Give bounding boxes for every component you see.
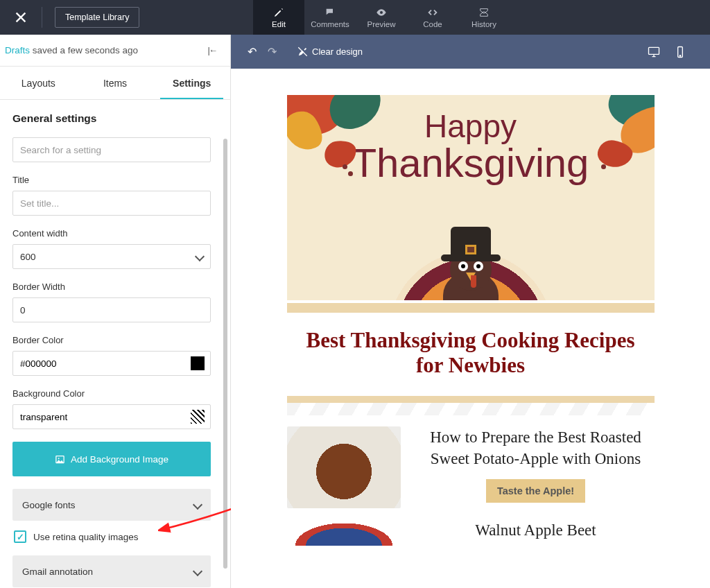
svg-point-4 — [58, 458, 60, 459]
gmail-annotation-label: Gmail annotation — [22, 567, 93, 577]
tab-label: History — [471, 20, 496, 28]
email-preview: Happy Thanksgiving Best Thanksgiving Coo… — [287, 95, 655, 553]
close-icon — [13, 10, 28, 25]
close-button[interactable] — [0, 0, 42, 35]
color-swatch-black — [191, 356, 205, 370]
google-fonts-label: Google fonts — [22, 500, 76, 510]
comments-icon — [324, 7, 336, 18]
border-width-label: Border Width — [12, 282, 218, 292]
email-canvas[interactable]: Happy Thanksgiving Best Thanksgiving Coo… — [231, 69, 710, 588]
desktop-icon[interactable] — [647, 45, 661, 59]
content-width-value: 600 — [20, 252, 36, 262]
image-icon — [55, 454, 65, 465]
pencil-icon — [273, 7, 284, 18]
checkbox-checked-icon: ✓ — [14, 530, 26, 543]
draft-status-bar: Drafts saved a few seconds ago |← — [0, 35, 230, 67]
panel-tabs: Layouts Items Settings — [0, 67, 230, 100]
tab-label: Code — [423, 20, 442, 28]
title-input[interactable] — [12, 191, 211, 216]
top-tabs: Edit Comments Preview Code History — [253, 0, 510, 35]
berry-decor — [343, 164, 347, 169]
code-icon — [427, 7, 438, 18]
recipe-thumbnail — [287, 519, 401, 546]
google-fonts-accordion[interactable]: Google fonts — [12, 489, 211, 521]
recipe-thumbnail — [287, 426, 401, 508]
tab-code[interactable]: Code — [407, 0, 458, 35]
settings-panel: General settings Title Content width 600… — [0, 100, 230, 588]
border-color-input[interactable]: #000000 — [12, 351, 211, 376]
tab-label: Edit — [272, 20, 286, 28]
add-bg-label: Add Background Image — [71, 454, 168, 465]
clear-design-button[interactable]: Clear design — [297, 46, 363, 57]
border-width-input[interactable] — [12, 297, 211, 322]
device-toggle — [647, 45, 687, 59]
search-settings-input[interactable] — [12, 137, 211, 162]
berry-decor — [601, 164, 606, 169]
border-color-value: #000000 — [20, 358, 57, 369]
tab-edit[interactable]: Edit — [253, 0, 304, 35]
svg-point-2 — [679, 55, 680, 55]
retina-label: Use retina quality images — [33, 532, 139, 542]
clear-design-label: Clear design — [312, 46, 363, 57]
gmail-annotation-accordion[interactable]: Gmail annotation — [12, 555, 211, 587]
eye-icon — [376, 7, 387, 18]
mobile-icon[interactable] — [673, 45, 687, 59]
divider-bar — [287, 303, 655, 313]
recipe-info: How to Prepare the Best Roasted Sweet Po… — [417, 426, 655, 503]
settings-heading: General settings — [12, 112, 218, 125]
history-icon — [478, 7, 490, 18]
bg-color-input[interactable]: transparent — [12, 404, 211, 429]
draft-status-text: Drafts saved a few seconds ago — [5, 45, 138, 55]
chevron-down-icon — [193, 567, 202, 576]
chevron-down-icon — [193, 500, 202, 510]
berry-decor — [348, 171, 353, 176]
undo-button[interactable]: ↶ — [248, 45, 257, 58]
turkey-illustration — [391, 225, 551, 300]
undo-redo-group: ↶ ↷ — [248, 45, 277, 58]
svg-rect-0 — [649, 47, 659, 54]
recipe-row: Walnut Apple Beet — [287, 515, 655, 553]
panel-tab-layouts[interactable]: Layouts — [0, 67, 77, 99]
recipe-info: Walnut Apple Beet — [417, 519, 655, 541]
retina-checkbox-row[interactable]: ✓ Use retina quality images — [14, 530, 218, 543]
tab-history[interactable]: History — [458, 0, 510, 35]
add-background-image-button[interactable]: Add Background Image — [12, 442, 211, 476]
stripe-divider — [287, 403, 655, 415]
divider-bar — [287, 396, 655, 403]
redo-button[interactable]: ↷ — [268, 45, 277, 58]
hero-section: Happy Thanksgiving — [287, 95, 655, 300]
recipe-title: Walnut Apple Beet — [417, 519, 655, 541]
sidebar: Drafts saved a few seconds ago |← Layout… — [0, 35, 231, 588]
recipe-title: How to Prepare the Best Roasted Sweet Po… — [417, 426, 655, 469]
bg-color-label: Background Color — [12, 388, 218, 399]
color-swatch-transparent — [191, 410, 205, 424]
title-label: Title — [12, 175, 218, 185]
chevron-down-icon — [195, 252, 205, 261]
panel-tab-settings[interactable]: Settings — [153, 67, 230, 99]
panel-tab-items[interactable]: Items — [77, 67, 154, 99]
drafts-link[interactable]: Drafts — [5, 45, 30, 55]
tab-preview[interactable]: Preview — [356, 0, 407, 35]
scrollbar[interactable] — [223, 139, 227, 569]
brush-off-icon — [297, 46, 308, 57]
template-library-button[interactable]: Template Library — [55, 7, 139, 28]
recipe-cta-button[interactable]: Taste the Apple! — [486, 479, 585, 503]
hero-line1: Happy — [424, 108, 517, 144]
bg-color-value: transparent — [20, 412, 67, 422]
tab-comments[interactable]: Comments — [304, 0, 356, 35]
tab-label: Preview — [367, 20, 396, 28]
editor-toolbar: ↶ ↷ Clear design — [231, 35, 710, 69]
border-color-label: Border Color — [12, 335, 218, 345]
email-headline: Best Thanksgiving Cooking Recipes for Ne… — [287, 313, 655, 396]
recipe-row: How to Prepare the Best Roasted Sweet Po… — [287, 415, 655, 515]
collapse-panel-icon[interactable]: |← — [208, 45, 216, 55]
content-width-select[interactable]: 600 — [12, 244, 211, 269]
content-width-label: Content width — [12, 228, 218, 239]
tab-label: Comments — [311, 20, 349, 28]
app-header: Template Library Edit Comments Preview C… — [0, 0, 710, 35]
draft-saved-text: saved a few seconds ago — [30, 45, 138, 55]
divider — [42, 7, 42, 28]
